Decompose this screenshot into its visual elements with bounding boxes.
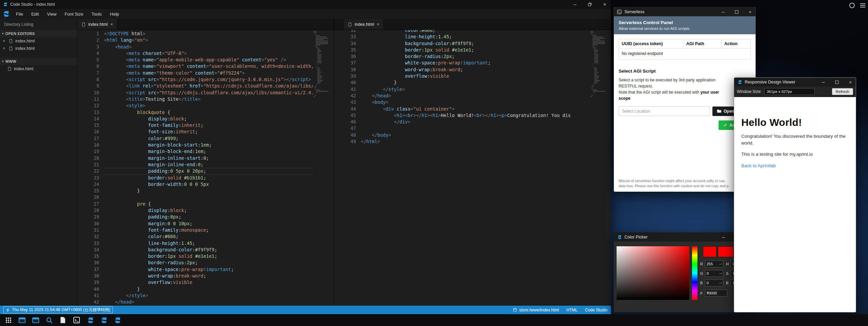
- menu-edit[interactable]: Edit: [28, 11, 42, 18]
- tab-index-html[interactable]: index.html ×: [344, 19, 384, 30]
- file-icon: [9, 46, 13, 51]
- file-icon: [7, 66, 12, 71]
- sidebar: Directory Listing ▾ OPEN EDITORS × index…: [0, 19, 77, 306]
- preview-paragraph: This is a testing site for my.aprint.io: [741, 151, 849, 158]
- color-swatch-current: [703, 246, 716, 257]
- chevron-down-icon: ▾: [2, 32, 4, 35]
- minimize-icon[interactable]: [718, 7, 728, 16]
- serverless-window-title: Serverless: [624, 9, 644, 14]
- taskbar: [0, 314, 868, 326]
- responsive-viewer-window: Responsive Design Viewer × Window Size: …: [734, 77, 856, 312]
- tab-close-icon[interactable]: ×: [110, 22, 113, 26]
- scrollbar[interactable]: [331, 30, 334, 306]
- tree-item-index-html[interactable]: index.html: [0, 65, 77, 73]
- code-studio-window: Code Studio - index.html × File Edit Vie…: [0, 0, 611, 314]
- select-location-input[interactable]: [619, 106, 710, 116]
- open-editor-item[interactable]: × index.html: [0, 37, 77, 45]
- tab-index-html[interactable]: index.html ×: [77, 19, 118, 30]
- window-size-input[interactable]: [764, 88, 815, 95]
- g-stepper[interactable]: ▲▼: [719, 270, 723, 277]
- responsive-viewer-title-bar[interactable]: Responsive Design Viewer ×: [734, 78, 856, 87]
- taskbar-search-app-icon[interactable]: [46, 317, 53, 324]
- close-file-icon[interactable]: ×: [3, 46, 6, 51]
- apps-grid-icon[interactable]: [5, 317, 12, 324]
- minimize-icon[interactable]: [818, 78, 829, 87]
- minimap[interactable]: [313, 30, 331, 306]
- code-studio-logo-icon: [737, 80, 742, 84]
- color-swatch-previous: [718, 246, 733, 257]
- desktop-menu-icon[interactable]: [860, 3, 865, 7]
- editor-group-right: index.html × 323334353637383940414243444…: [334, 19, 611, 306]
- file-icon: [348, 22, 352, 27]
- section-www[interactable]: ▾ WWW: [0, 58, 77, 65]
- status-file-path[interactable]: store:/www/index.html: [513, 308, 559, 312]
- hue-slider[interactable]: [692, 246, 697, 300]
- saturation-value-picker[interactable]: [617, 246, 689, 300]
- taskbar-window-app-icon[interactable]: [32, 317, 39, 324]
- code-editor-right[interactable]: 323334353637383940414243444546474849 col…: [334, 30, 611, 306]
- scrollbar[interactable]: [607, 30, 611, 306]
- hex-input[interactable]: [705, 290, 727, 296]
- back-to-aprintlab-link[interactable]: Back to Aprintlab: [741, 163, 776, 168]
- taskbar-code-studio-icon[interactable]: [113, 317, 121, 324]
- brightness-label: B: [726, 281, 730, 285]
- close-icon[interactable]: ×: [599, 0, 611, 9]
- r-stepper[interactable]: ▲▼: [719, 261, 723, 267]
- select-agi-script-title: Select AGI Script: [619, 69, 751, 74]
- close-icon[interactable]: ×: [845, 78, 856, 87]
- taskbar-code-studio-icon[interactable]: [86, 317, 94, 324]
- r-label: R: [700, 262, 704, 266]
- taskbar-terminal-app-icon[interactable]: [73, 317, 80, 324]
- tab-close-icon[interactable]: ×: [377, 22, 379, 26]
- maximize-icon[interactable]: [731, 7, 742, 16]
- serverless-title-bar[interactable]: Serverless ×: [614, 7, 756, 16]
- code-editor-left[interactable]: 1234567891011121314151617181920212223242…: [77, 30, 334, 306]
- tab-strip-right: index.html ×: [334, 19, 611, 30]
- preview-heading: Hello World!: [741, 117, 849, 128]
- menu-view[interactable]: View: [43, 11, 60, 18]
- status-datetime[interactable]: Thu May 11 2023 21:54:48 GMT+0800 (台北標準時…: [3, 306, 113, 313]
- status-language[interactable]: HTML: [566, 308, 578, 312]
- status-app-name[interactable]: Code Studio: [585, 308, 607, 312]
- serverless-panel-header: Serverless Control Panel Allow external …: [614, 16, 756, 34]
- col-action: Action: [722, 39, 750, 49]
- code-studio-logo-icon: [617, 235, 622, 239]
- section-open-editors[interactable]: ▾ OPEN EDITORS: [0, 30, 77, 37]
- h-label: H: [726, 262, 730, 266]
- menu-help[interactable]: Help: [106, 11, 123, 18]
- app-logo-icon: [3, 2, 7, 7]
- taskbar-code-studio-icon[interactable]: [100, 317, 107, 324]
- hex-label: #: [700, 291, 704, 295]
- close-file-icon[interactable]: ×: [3, 39, 6, 43]
- menu-tools[interactable]: Tools: [88, 11, 105, 18]
- menu-bar: File Edit View Font Size Tools Help: [0, 9, 611, 19]
- minimap[interactable]: [590, 30, 607, 306]
- desktop-ring-icon[interactable]: [849, 3, 855, 8]
- color-picker-window-title: Color Picker: [624, 235, 648, 239]
- menu-font-size[interactable]: Font Size: [61, 11, 87, 18]
- database-icon: [513, 308, 517, 312]
- minimize-icon[interactable]: [718, 233, 729, 242]
- b-stepper[interactable]: ▲▼: [719, 280, 723, 286]
- panel-subtitle: Allow external services to run AGI scrip…: [619, 26, 751, 31]
- window-title: Code Studio - index.html: [10, 2, 55, 7]
- serverless-warning: Misuse of serverless function might affe…: [619, 178, 729, 189]
- menu-file[interactable]: File: [12, 11, 27, 18]
- taskbar-window-app-icon[interactable]: [18, 317, 26, 324]
- gutter: 1234567891011121314151617181920212223242…: [77, 30, 99, 306]
- window-size-label: Window Size:: [737, 89, 762, 94]
- maximize-icon[interactable]: [831, 78, 842, 87]
- title-bar[interactable]: Code Studio - index.html ×: [0, 0, 611, 9]
- check-icon: ✓: [724, 123, 727, 128]
- panel-title: Serverless Control Panel: [619, 20, 751, 25]
- open-editor-item[interactable]: × index.html: [0, 45, 77, 52]
- code-lines[interactable]: <!DOCTYPE html><html lang="en"> <head> <…: [99, 30, 313, 306]
- refresh-button[interactable]: Refresh: [832, 88, 853, 95]
- restore-icon[interactable]: [584, 0, 596, 9]
- code-lines[interactable]: color:#666; line-height:1.45; background…: [356, 30, 590, 306]
- color-cursor[interactable]: [619, 248, 623, 251]
- close-icon[interactable]: ×: [745, 7, 756, 16]
- taskbar-file-app-icon[interactable]: [59, 317, 67, 324]
- minimize-icon[interactable]: [569, 0, 581, 9]
- agi-script-description: Select a script to be executed by 3rd pa…: [619, 77, 751, 101]
